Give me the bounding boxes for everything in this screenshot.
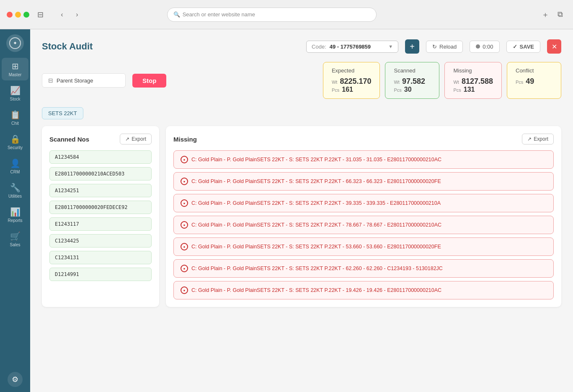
checkmark-icon: ✓ [513,44,517,50]
scanned-wt-value: 97.582 [402,77,425,86]
scanned-title: Scanned [394,67,431,74]
missing-card: Missing Wt 8127.588 Pcs 131 [444,62,502,99]
sidebar-item-crm[interactable]: 👤 CRM [2,155,28,178]
close-window-button[interactable] [7,12,13,18]
missing-export-button[interactable]: ↗ Export [522,134,554,144]
page-title: Stock Audit [42,41,93,52]
missing-wt-label: Wt [453,80,459,85]
missing-list-item: ●C: Gold Plain - P. Gold PlainSETS 22KT … [173,216,554,234]
missing-export-label: Export [534,136,548,142]
expected-pcs-value: 161 [342,86,353,93]
expected-card: Expected Wt 8225.170 Pcs 161 [323,62,380,99]
browser-navigation: ‹ › [56,9,83,21]
scanned-pcs-value: 30 [404,86,412,93]
missing-item-text: C: Gold Plain - P. Gold PlainSETS 22KT -… [191,178,441,184]
close-button[interactable]: ✕ [547,39,561,54]
sidebar-item-master-label: Master [9,72,22,77]
missing-wt-value: 8127.588 [462,77,493,86]
scanned-export-label: Export [132,136,146,142]
missing-list-item: ●C: Gold Plain - P. Gold PlainSETS 22KT … [173,172,554,191]
scanned-list-item: E1243117 [49,217,152,231]
code-value: 49 - 1775769859 [330,44,385,50]
missing-item-icon: ● [181,178,188,185]
timer-dot-icon [476,44,480,49]
storage-label: Parent Storage [57,77,93,84]
missing-item-icon: ● [181,265,188,272]
sidebar: ✦ ⊞ Master 📈 Stock 📋 Chit 🔒 Security 👤 C… [0,29,30,392]
missing-panel-header: Missing ↗ Export [173,134,554,144]
timer-button[interactable]: 0:00 [470,41,499,53]
storage-select[interactable]: ⊟ Parent Storage [42,73,126,88]
forward-button[interactable]: › [71,9,83,21]
minimize-window-button[interactable] [15,12,21,18]
tabs-button[interactable]: ⧉ [555,9,566,21]
save-button[interactable]: ✓ SAVE [506,41,540,53]
sidebar-item-reports[interactable]: 📊 Reports [2,204,28,226]
sidebar-item-master[interactable]: ⊞ Master [2,58,28,80]
traffic-lights [7,12,29,18]
scanned-wt-label: Wt [394,80,399,85]
sidebar-item-security[interactable]: 🔒 Security [2,131,28,153]
missing-pcs-value: 131 [464,86,475,93]
sidebar-item-stock-label: Stock [10,97,20,101]
missing-list-item: ●C: Gold Plain - P. Gold PlainSETS 22KT … [173,237,554,256]
maximize-window-button[interactable] [23,12,29,18]
missing-pcs-label: Pcs [453,88,461,93]
conflict-pcs-value: 49 [526,77,534,86]
sidebar-item-stock[interactable]: 📈 Stock [2,82,28,105]
scanned-list-item: A1234584 [49,150,152,164]
sidebar-item-crm-label: CRM [10,170,20,174]
utilities-icon: 🔧 [10,183,21,193]
content-columns: Scanned Nos ↗ Export A1234584E2801170000… [42,126,561,307]
filter-tag[interactable]: SETS 22KT [42,107,83,119]
code-label: Code: [312,44,326,50]
missing-list-item: ●C: Gold Plain - P. Gold PlainSETS 22KT … [173,150,554,169]
sidebar-item-utilities[interactable]: 🔧 Utilities [2,179,28,202]
scanned-list: A1234584E280117000000210ACED503A1234251E… [49,150,152,281]
sidebar-bottom: ⚙ [8,372,23,387]
code-selector[interactable]: Code: 49 - 1775769859 ▼ [306,41,398,53]
sidebar-item-utilities-label: Utilities [8,194,22,199]
page-header: Stock Audit Code: 49 - 1775769859 ▼ + ↻ … [42,39,561,54]
stop-button[interactable]: Stop [132,74,166,88]
missing-item-text: C: Gold Plain - P. Gold PlainSETS 22KT -… [191,157,441,162]
sidebar-toggle-button[interactable]: ⊟ [34,9,46,21]
missing-item-icon: ● [181,243,188,250]
reload-label: Reload [439,44,457,50]
app-logo: ✦ [6,34,24,52]
sidebar-item-chit[interactable]: 📋 Chit [2,106,28,129]
chevron-down-icon: ▼ [388,44,393,49]
missing-list-item: ●C: Gold Plain - P. Gold PlainSETS 22KT … [173,194,554,212]
missing-item-text: C: Gold Plain - P. Gold PlainSETS 22KT -… [191,287,441,293]
scanned-pcs-label: Pcs [394,88,401,93]
new-tab-button[interactable]: ＋ [539,9,551,21]
sidebar-item-sales[interactable]: 🛒 Sales [2,228,28,250]
scanned-list-item: D1214991 [49,268,152,281]
missing-item-icon: ● [181,199,188,207]
stock-icon: 📈 [10,85,21,95]
missing-list-item: ●C: Gold Plain - P. Gold PlainSETS 22KT … [173,259,554,278]
reload-button[interactable]: ↻ Reload [426,41,463,53]
missing-item-text: C: Gold Plain - P. Gold PlainSETS 22KT -… [191,222,441,228]
missing-panel-title: Missing [173,136,197,143]
reports-icon: 📊 [10,207,21,217]
settings-button[interactable]: ⚙ [8,372,23,387]
scanned-card: Scanned Wt 97.582 Pcs 30 [385,62,439,99]
scanned-export-button[interactable]: ↗ Export [120,134,152,144]
back-button[interactable]: ‹ [56,9,68,21]
sidebar-item-chit-label: Chit [11,121,19,126]
scanned-panel: Scanned Nos ↗ Export A1234584E2801170000… [42,126,159,307]
expected-pcs-row: Pcs 161 [332,86,372,93]
missing-title: Missing [453,67,493,74]
scanned-list-item: E280117000000020FEDECE92 [49,201,152,214]
export-icon: ↗ [125,136,129,142]
add-button[interactable]: + [405,39,419,54]
scanned-panel-title: Scanned Nos [49,136,89,143]
missing-item-text: C: Gold Plain - P. Gold PlainSETS 22KT -… [191,244,441,250]
scanned-list-item: E280117000000210ACED503 [49,167,152,181]
conflict-pcs-label: Pcs [516,80,523,85]
address-bar[interactable]: 🔍 Search or enter website name [167,8,377,22]
browser-actions: ＋ ⧉ [539,9,566,21]
stats-row: Expected Wt 8225.170 Pcs 161 Scanned Wt … [323,62,561,99]
browser-chrome: ⊟ ‹ › 🔍 Search or enter website name ＋ ⧉ [0,0,573,29]
